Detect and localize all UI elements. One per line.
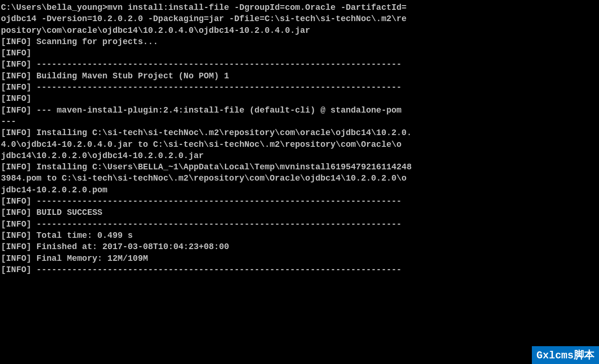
terminal-line: [INFO] BUILD SUCCESS [1, 207, 598, 218]
terminal-line: [INFO] Total time: 0.499 s [1, 230, 598, 241]
terminal-line: [INFO] ---------------------------------… [1, 219, 598, 230]
terminal-line: [INFO] Scanning for projects... [1, 36, 598, 47]
watermark: Gxlcms脚本 [532, 346, 599, 364]
terminal-line: pository\com\oracle\ojdbc14\10.2.0.4.0\o… [1, 25, 598, 36]
terminal-line: [INFO] Installing C:\Users\BELLA_~1\AppD… [1, 161, 598, 173]
terminal-line: jdbc14-10.2.0.2.0.pom [1, 184, 598, 196]
terminal-line: [INFO] Final Memory: 12M/109M [1, 253, 598, 264]
terminal-line: [INFO] [1, 93, 598, 104]
terminal-line: ojdbc14 -Dversion=10.2.0.2.0 -Dpackaging… [1, 13, 598, 24]
terminal-line: [INFO] Installing C:\si-tech\si-techNoc\… [1, 127, 598, 138]
terminal-line: 3984.pom to C:\si-tech\si-techNoc\.m2\re… [1, 173, 598, 184]
terminal-line: [INFO] [1, 47, 598, 59]
terminal-line: 4.0\ojdbc14-10.2.0.4.0.jar to C:\si-tech… [1, 139, 598, 150]
terminal-line: --- [1, 116, 598, 127]
terminal-line: [INFO] Finished at: 2017-03-08T10:04:23+… [1, 241, 598, 252]
terminal-window: C:\Users\bella_young>mvn install:install… [0, 0, 599, 364]
terminal-line: [INFO] --- maven-install-plugin:2.4:inst… [1, 105, 598, 116]
terminal-line: [INFO] ---------------------------------… [1, 196, 598, 207]
terminal-line: C:\Users\bella_young>mvn install:install… [1, 2, 598, 13]
terminal-line: [INFO] ---------------------------------… [1, 59, 598, 70]
terminal-line: [INFO] Building Maven Stub Project (No P… [1, 70, 598, 82]
terminal-line: [INFO] ---------------------------------… [1, 264, 598, 275]
terminal-line: jdbc14\10.2.0.2.0\ojdbc14-10.2.0.2.0.jar [1, 150, 598, 161]
terminal-line: [INFO] ---------------------------------… [1, 82, 598, 93]
